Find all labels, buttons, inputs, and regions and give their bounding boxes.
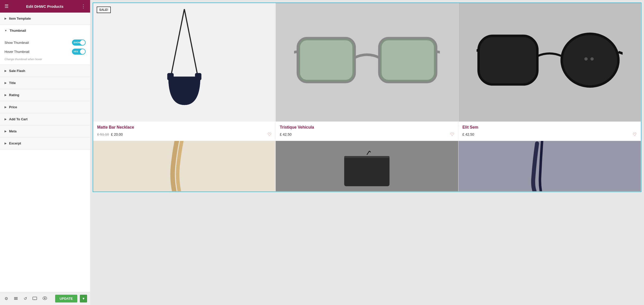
item-template-arrow: ▶ (5, 17, 7, 20)
title-label: Title (9, 81, 16, 85)
main-content: SALE! Matte Bar Necklace £ 51.10 £ 20.00… (90, 0, 644, 305)
item-template-label: Item Template (9, 17, 31, 20)
product-title-3: Elit Sem (462, 125, 637, 130)
svg-line-27 (367, 151, 369, 155)
pouch-svg (276, 141, 458, 191)
product-image-4 (93, 141, 275, 191)
svg-rect-25 (344, 156, 389, 186)
add-to-cart-header[interactable]: ▶ Add To Cart (0, 113, 90, 125)
settings-icon[interactable]: ⚙ (3, 295, 10, 302)
excerpt-header[interactable]: ▶ Excerpt (0, 137, 90, 149)
meta-arrow: ▶ (5, 130, 7, 133)
svg-rect-9 (167, 73, 173, 80)
title-header[interactable]: ▶ Title (0, 77, 90, 89)
meta-section: ▶ Meta (0, 125, 90, 137)
show-thumbnail-row: Show Thumbnail SHOW (5, 40, 86, 46)
svg-line-28 (369, 151, 371, 152)
hover-thumbnail-label: Hover Thumbnail (5, 50, 29, 54)
update-dropdown-button[interactable]: ▼ (80, 295, 87, 302)
thumbnail-content: Show Thumbnail SHOW Hover Thumbnail YES … (0, 36, 90, 65)
product-card-3: Elit Sem £ 42.50 ♡ (458, 3, 641, 141)
bag-strap-svg (93, 141, 275, 191)
svg-line-8 (184, 9, 198, 80)
hover-thumbnail-toggle[interactable]: YES (72, 49, 86, 55)
sale-flash-label: Sale Flash (9, 69, 25, 73)
header-title: Edit DHWC Products (26, 4, 63, 9)
add-to-cart-section: ▶ Add To Cart (0, 113, 90, 125)
product-info-2: Tristique Vehicula £ 42.50 ♡ (276, 122, 458, 141)
svg-rect-3 (33, 297, 37, 300)
hover-thumbnail-state: YES (74, 50, 78, 53)
title-section: ▶ Title (0, 77, 90, 89)
product-title-1: Matte Bar Necklace (97, 125, 271, 130)
svg-point-22 (590, 57, 594, 61)
svg-rect-1 (14, 298, 18, 299)
product-image-placeholder-1 (93, 3, 275, 122)
thumbnail-section: ▼ Thumbnail Show Thumbnail SHOW Hover Th… (0, 25, 90, 65)
add-to-cart-arrow: ▶ (5, 118, 7, 121)
product-card-4 (93, 141, 276, 192)
item-template-header[interactable]: ▶ Item Template (0, 13, 90, 24)
history-icon[interactable]: ↺ (22, 295, 28, 302)
update-button[interactable]: UPDATE (55, 295, 77, 302)
grid-icon[interactable]: ⋮ (81, 4, 86, 9)
sale-flash-header[interactable]: ▶ Sale Flash (0, 65, 90, 77)
thumbnail-header[interactable]: ▼ Thumbnail (0, 25, 90, 36)
product-card-5 (276, 141, 458, 192)
sidebar-header: ☰ Edit DHWC Products ⋮ (0, 0, 90, 13)
product-title-2: Tristique Vehicula (280, 125, 454, 130)
svg-rect-26 (344, 156, 389, 158)
item-template-section: ▶ Item Template (0, 13, 90, 25)
svg-point-6 (44, 297, 46, 299)
svg-point-21 (584, 57, 588, 61)
navy-bag-svg (458, 141, 641, 191)
product-image-1: SALE! (93, 3, 275, 122)
sidebar: ☰ Edit DHWC Products ⋮ ▶ Item Template ▼… (0, 0, 90, 305)
product-price-row-2: £ 42.50 ♡ (280, 132, 454, 137)
products-grid: SALE! Matte Bar Necklace £ 51.10 £ 20.00… (93, 3, 641, 192)
title-arrow: ▶ (5, 82, 7, 84)
rating-section: ▶ Rating (0, 89, 90, 101)
hover-thumbnail-hint: Change thumbnail when hover (5, 58, 86, 61)
meta-header[interactable]: ▶ Meta (0, 125, 90, 137)
svg-rect-0 (14, 297, 18, 298)
wishlist-icon-1[interactable]: ♡ (267, 132, 271, 137)
layers-icon[interactable] (12, 294, 20, 303)
responsive-icon[interactable] (31, 294, 39, 303)
add-to-cart-label: Add To Cart (9, 117, 27, 121)
sidebar-footer: ⚙ ↺ UPDATE ▼ (0, 292, 90, 305)
sale-badge-1: SALE! (97, 7, 111, 13)
sale-flash-arrow: ▶ (5, 69, 7, 72)
hamburger-icon[interactable]: ☰ (5, 4, 9, 9)
hover-thumbnail-knob (80, 49, 85, 54)
excerpt-label: Excerpt (9, 141, 21, 145)
product-image-6 (458, 141, 641, 191)
product-info-1: Matte Bar Necklace £ 51.10 £ 20.00 ♡ (93, 122, 275, 141)
wishlist-icon-2[interactable]: ♡ (450, 132, 454, 137)
svg-rect-4 (34, 299, 35, 300)
price-old-1: £ 51.10 (97, 132, 109, 136)
product-image-placeholder-2 (276, 3, 458, 122)
price-arrow: ▶ (5, 106, 7, 108)
price-header[interactable]: ▶ Price (0, 101, 90, 113)
price-new-2: £ 42.50 (280, 132, 292, 136)
svg-rect-2 (14, 299, 18, 300)
product-image-2 (276, 3, 458, 122)
sunglasses-clear-svg (294, 27, 440, 98)
price-section-2: £ 42.50 (280, 132, 292, 136)
svg-rect-17 (479, 36, 537, 85)
price-new-1: £ 20.00 (111, 132, 123, 136)
thumbnail-label: Thumbnail (10, 29, 26, 32)
meta-label: Meta (9, 129, 17, 133)
price-section-3: £ 42.50 (462, 132, 474, 136)
svg-line-7 (170, 9, 184, 80)
price-section: ▶ Price (0, 101, 90, 113)
show-thumbnail-toggle[interactable]: SHOW (72, 40, 86, 46)
wishlist-icon-3[interactable]: ♡ (633, 132, 637, 137)
rating-header[interactable]: ▶ Rating (0, 89, 90, 101)
price-section-1: £ 51.10 £ 20.00 (97, 132, 123, 136)
excerpt-arrow: ▶ (5, 142, 7, 145)
show-thumbnail-label: Show Thumbnail (5, 41, 29, 45)
sale-flash-section: ▶ Sale Flash (0, 65, 90, 77)
eye-icon[interactable] (41, 295, 49, 302)
